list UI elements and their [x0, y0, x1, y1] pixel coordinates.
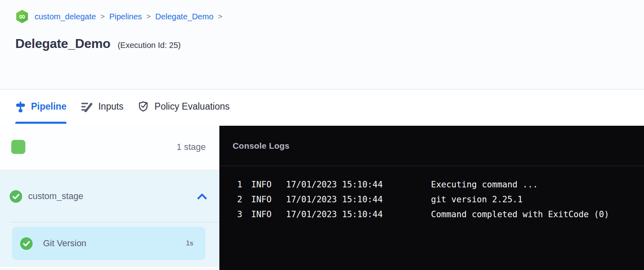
pipeline-icon — [15, 101, 26, 112]
tab-label: Inputs — [98, 101, 124, 112]
log-timestamp: 17/01/2023 15:10:44 — [286, 177, 383, 192]
console-wrapper: Console Logs 1 INFO 17/01/2023 15:10:44 … — [219, 124, 644, 270]
title-row: Delegate_Demo (Execution Id: 25) — [15, 36, 629, 51]
step-list: Git Version 1s — [0, 222, 219, 260]
inputs-icon — [81, 102, 93, 112]
log-level: INFO — [251, 192, 272, 207]
stages-summary-row: 1 stage — [0, 124, 219, 170]
log-level: INFO — [251, 207, 272, 222]
policy-evaluations-icon — [138, 101, 149, 112]
log-line: 1 INFO 17/01/2023 15:10:44 Executing com… — [232, 177, 636, 192]
harness-cd-module-icon[interactable]: ∞ — [15, 10, 29, 23]
execution-content: 1 stage custom_stage — [0, 124, 644, 270]
page-header: ∞ custom_delegate > Pipelines > Delegate… — [0, 0, 644, 89]
log-message: Command completed with ExitCode (0) — [431, 207, 609, 222]
tab-label: Policy Evaluations — [155, 101, 230, 112]
step-duration: 1s — [186, 239, 193, 247]
breadcrumb-separator: > — [147, 12, 151, 21]
console-panel: Console Logs 1 INFO 17/01/2023 15:10:44 … — [219, 126, 644, 270]
console-title: Console Logs — [233, 141, 289, 151]
tab-inputs[interactable]: Inputs — [81, 89, 124, 124]
tab-label: Pipeline — [31, 101, 66, 112]
log-timestamp: 17/01/2023 15:10:44 — [286, 192, 383, 207]
stage-group: custom_stage Git Ve — [0, 170, 219, 266]
stages-panel: 1 stage custom_stage — [0, 124, 219, 270]
page-title: Delegate_Demo — [15, 36, 110, 51]
log-message: git version 2.25.1 — [431, 192, 523, 207]
breadcrumb-link-pipelines[interactable]: Pipelines — [109, 12, 142, 21]
execution-id-label: (Execution Id: 25) — [118, 41, 181, 50]
breadcrumb: ∞ custom_delegate > Pipelines > Delegate… — [15, 10, 629, 23]
breadcrumb-link-pipeline-name[interactable]: Delegate_Demo — [155, 12, 214, 21]
execution-tabbar: Pipeline Inputs Policy Evaluations — [0, 89, 644, 124]
tab-policy-evaluations[interactable]: Policy Evaluations — [138, 89, 230, 124]
console-log-list: 1 INFO 17/01/2023 15:10:44 Executing com… — [219, 166, 644, 222]
log-line: 2 INFO 17/01/2023 15:10:44 git version 2… — [232, 192, 636, 207]
log-timestamp: 17/01/2023 15:10:44 — [286, 207, 383, 222]
chevron-up-icon[interactable] — [197, 193, 207, 200]
breadcrumb-separator: > — [100, 12, 105, 21]
stage-row-custom-stage[interactable]: custom_stage — [0, 170, 219, 222]
step-name: Git Version — [43, 238, 87, 249]
success-check-icon — [20, 237, 33, 250]
stage-name: custom_stage — [28, 191, 83, 201]
svg-text:∞: ∞ — [19, 12, 26, 21]
log-message: Executing command ... — [431, 177, 538, 192]
panel-bottom-strip — [0, 266, 219, 270]
log-line-number: 2 — [232, 192, 242, 207]
stage-count-label: 1 stage — [177, 142, 206, 152]
log-line-number: 3 — [232, 207, 242, 222]
stage-status-chip[interactable] — [11, 140, 25, 154]
step-row-git-version[interactable]: Git Version 1s — [12, 227, 205, 260]
tab-pipeline[interactable]: Pipeline — [15, 89, 66, 124]
console-header: Console Logs — [219, 126, 644, 166]
breadcrumb-link-project[interactable]: custom_delegate — [35, 12, 96, 21]
log-level: INFO — [251, 177, 272, 192]
success-check-icon — [10, 190, 22, 203]
breadcrumb-separator: > — [218, 12, 222, 21]
log-line-number: 1 — [232, 177, 242, 192]
log-line: 3 INFO 17/01/2023 15:10:44 Command compl… — [232, 207, 636, 222]
